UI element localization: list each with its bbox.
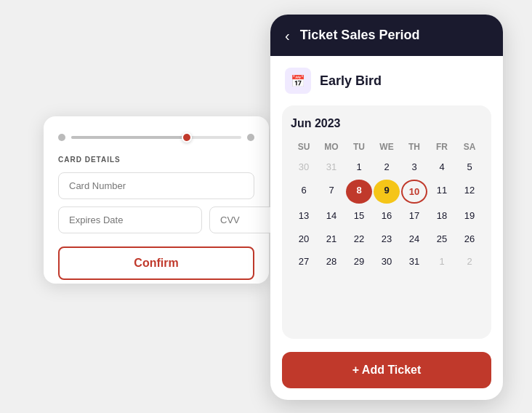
card-number-input[interactable]: [58, 172, 254, 199]
calendar-day[interactable]: 31: [401, 251, 427, 273]
calendar-day-header: MO: [318, 139, 344, 155]
calendar-day[interactable]: 1: [346, 156, 372, 178]
calendar-day[interactable]: 6: [291, 180, 317, 204]
calendar-grid: SUMOTUWETHFRSA30311234567891011121314151…: [291, 139, 483, 273]
calendar-day[interactable]: 30: [374, 251, 400, 273]
calendar-container: Jun 2023 SUMOTUWETHFRSA30311234567891011…: [282, 105, 491, 339]
add-ticket-button[interactable]: + Add Ticket: [282, 352, 491, 388]
calendar-day[interactable]: 13: [291, 205, 317, 227]
calendar-day[interactable]: 31: [318, 156, 344, 178]
calendar-day-header: FR: [429, 139, 455, 155]
back-arrow-icon[interactable]: ‹: [285, 28, 290, 43]
slider-start-dot: [58, 134, 65, 141]
slider-fill: [71, 136, 187, 139]
calendar-day[interactable]: 3: [401, 156, 427, 178]
calendar-day[interactable]: 9: [374, 180, 400, 204]
slider-thumb[interactable]: [182, 132, 192, 143]
slider-end-dot: [247, 134, 254, 141]
calendar-day[interactable]: 12: [456, 180, 483, 204]
slider-row: [58, 134, 254, 141]
calendar-day[interactable]: 11: [429, 180, 455, 204]
calendar-day[interactable]: 14: [318, 205, 344, 227]
calendar-day[interactable]: 24: [401, 228, 427, 250]
confirm-button[interactable]: Confirm: [58, 246, 254, 280]
calendar-day[interactable]: 29: [346, 251, 372, 273]
calendar-day[interactable]: 16: [374, 205, 400, 227]
calendar-day[interactable]: 2: [456, 251, 483, 273]
ticket-header: ‹ Ticket Sales Period: [270, 15, 503, 56]
calendar-day-header: TH: [401, 139, 427, 155]
calendar-day[interactable]: 28: [318, 251, 344, 273]
early-bird-label: Early Bird: [320, 73, 382, 89]
calendar-day[interactable]: 8: [346, 180, 372, 204]
ticket-panel: ‹ Ticket Sales Period 📅 Early Bird Jun 2…: [270, 15, 503, 400]
calendar-day[interactable]: 27: [291, 251, 317, 273]
calendar-day[interactable]: 21: [318, 228, 344, 250]
calendar-day[interactable]: 19: [456, 205, 483, 227]
calendar-day[interactable]: 5: [456, 156, 483, 178]
calendar-day[interactable]: 30: [291, 156, 317, 178]
calendar-day[interactable]: 17: [401, 205, 427, 227]
calendar-day[interactable]: 15: [346, 205, 372, 227]
calendar-day-header: TU: [346, 139, 372, 155]
calendar-day[interactable]: 22: [346, 228, 372, 250]
calendar-day[interactable]: 2: [374, 156, 400, 178]
calendar-day-header: SU: [291, 139, 317, 155]
card-expiry-cvv-row: [58, 206, 254, 233]
card-details-label: CARD DETAILS: [58, 156, 254, 164]
calendar-day[interactable]: 23: [374, 228, 400, 250]
slider-track[interactable]: [71, 136, 241, 139]
calendar-icon-box: 📅: [285, 68, 311, 94]
card-panel: CARD DETAILS Confirm: [44, 116, 269, 284]
calendar-day[interactable]: 20: [291, 228, 317, 250]
calendar-day-header: SA: [456, 139, 483, 155]
calendar-day[interactable]: 26: [456, 228, 483, 250]
calendar-icon: 📅: [291, 74, 305, 88]
calendar-day[interactable]: 1: [429, 251, 455, 273]
calendar-day[interactable]: 10: [401, 180, 427, 204]
expires-input[interactable]: [58, 206, 202, 233]
ticket-header-title: Ticket Sales Period: [300, 28, 420, 43]
calendar-day-header: WE: [374, 139, 400, 155]
calendar-day[interactable]: 4: [429, 156, 455, 178]
calendar-day[interactable]: 25: [429, 228, 455, 250]
calendar-day[interactable]: 7: [318, 180, 344, 204]
calendar-day[interactable]: 18: [429, 205, 455, 227]
calendar-month: Jun 2023: [291, 117, 483, 130]
early-bird-row: 📅 Early Bird: [270, 56, 503, 100]
